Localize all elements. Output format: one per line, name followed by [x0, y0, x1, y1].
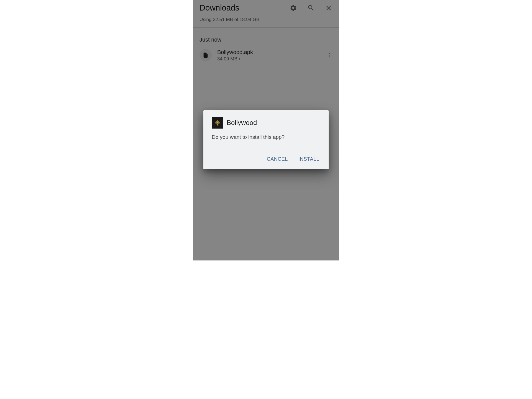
dialog-actions: CANCEL INSTALL: [212, 154, 320, 164]
svg-point-5: [217, 122, 218, 123]
install-button[interactable]: INSTALL: [297, 154, 320, 164]
dialog-title: Bollywood: [227, 119, 257, 127]
app-icon: [212, 117, 223, 129]
downloads-screen: Downloads Using 32.51 MB of 18.94 GB Jus…: [193, 0, 339, 260]
cancel-button[interactable]: CANCEL: [266, 154, 289, 164]
install-dialog: Bollywood Do you want to install this ap…: [203, 110, 329, 169]
dialog-header: Bollywood: [212, 117, 320, 129]
dialog-message: Do you want to install this app?: [212, 134, 320, 141]
